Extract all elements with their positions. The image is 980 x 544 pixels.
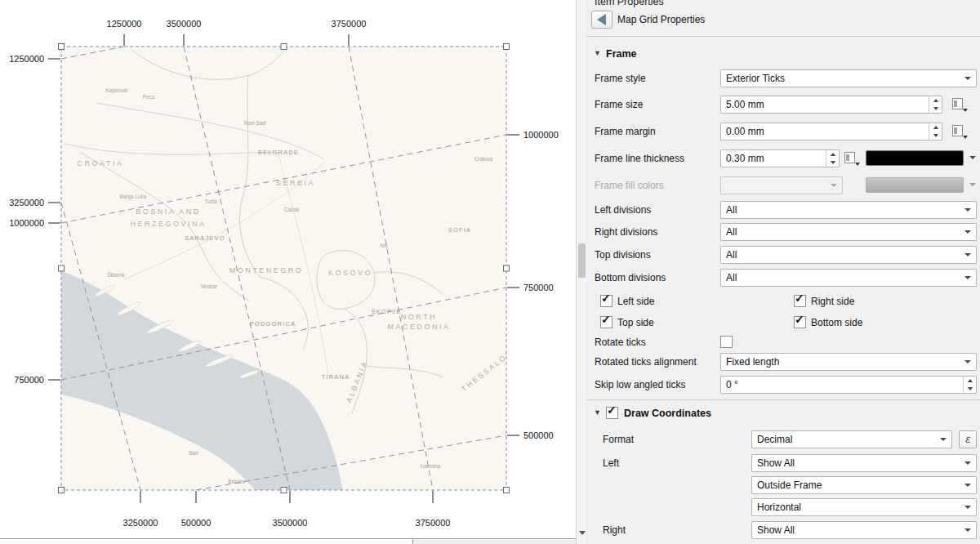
town-label: Banja Luka [120,194,147,200]
rotate-ticks-checkbox[interactable] [720,336,733,348]
checkmark-icon: ✓ [795,292,804,305]
country-label: MONTENEGRO [229,266,304,274]
format-select[interactable]: Decimal [751,430,952,448]
spin-up-button[interactable] [929,96,942,105]
checkmark-icon: ✓ [601,292,611,305]
selection-handle[interactable] [59,488,65,493]
coordinates-right-select[interactable]: Show All [751,521,977,539]
scrollbar-handle[interactable] [578,243,586,278]
town-label: Tuzla [204,198,217,204]
coordinates-left-select[interactable]: Show All [751,454,977,472]
spin-down-button[interactable] [929,105,942,113]
frame-section-title[interactable]: Frame [606,47,637,61]
left-divisions-label: Left divisions [595,201,651,219]
frame-fill-color2-button [866,176,977,194]
spin-down-button[interactable] [964,385,976,393]
data-defined-override-button[interactable] [951,123,969,140]
spin-up-button[interactable] [929,123,942,132]
selection-handle[interactable] [504,488,510,493]
city-label: SOFIA [448,226,472,234]
grid-label-left: 3250000 [9,198,44,207]
frame-margin-input[interactable]: 0.00 mm [720,123,942,140]
checkmark-icon: ✓ [607,404,617,417]
canvas-hscrollbar[interactable] [0,538,576,544]
city-label: TIRANA [322,373,350,381]
town-label: Čačak [284,206,300,212]
city-label: SKOPJE [372,308,402,315]
spin-down-button[interactable] [826,158,839,167]
hscrollbar-handle[interactable] [0,539,413,544]
selection-handle[interactable] [504,265,510,271]
draw-coordinates-checkbox[interactable]: ✓ [606,407,618,419]
top-side-checkbox[interactable]: ✓ [600,316,612,328]
frame-margin-label: Frame margin [595,123,656,140]
grid-label-left: 1000000 [9,218,44,228]
frame-line-thickness-input[interactable]: 0.30 mm [720,149,840,167]
panel-scrollbar[interactable] [576,0,586,544]
layout-canvas[interactable]: CROATIA SERBIA BOSNIA AND HERZEGOVINA MO… [0,0,576,544]
left-side-checkbox[interactable]: ✓ [600,295,612,307]
scroll-down-icon[interactable] [579,531,586,535]
country-label: SERBIA [276,179,315,187]
item-properties-panel: Item Properties Map Grid Properties ▼ Fr… [586,0,980,544]
town-label: Kaposvár [105,87,128,94]
country-label: HERZEGOVINA [130,220,206,228]
selection-handle[interactable] [59,265,65,271]
rotate-ticks-label: Rotate ticks [595,333,646,351]
grid-label-bottom: 3500000 [273,518,308,528]
grid-label-top: 3750000 [332,19,367,29]
draw-coordinates-section-title[interactable]: Draw Coordinates [624,406,711,421]
frame-fill-colors-label: Frame fill colors [595,176,664,194]
right-side-checkbox[interactable]: ✓ [794,295,806,307]
selection-handle[interactable] [504,44,510,50]
dropdown-arrow-icon [964,208,971,212]
bottom-side-checkbox[interactable]: ✓ [794,316,806,328]
frame-size-label: Frame size [595,96,643,114]
coordinates-left-direction-select[interactable]: Horizontal [751,498,977,516]
country-label: MACEDONIA [387,323,450,331]
back-button[interactable] [591,11,612,29]
spin-up-button[interactable] [826,150,839,158]
skip-low-angled-ticks-input[interactable]: 0 ° [720,376,977,394]
coordinates-left-position-select[interactable]: Outside Frame [751,476,977,494]
selection-handle[interactable] [281,44,287,50]
frame-fill-color1-select [720,176,843,194]
dropdown-arrow-icon [964,276,971,279]
bottom-side-label: Bottom side [811,314,862,332]
town-label: Bari [189,450,198,456]
selection-handle[interactable] [59,44,65,50]
frame-style-select[interactable]: Exterior Ticks [720,69,977,87]
selection-handle[interactable] [281,488,287,493]
top-divisions-select[interactable]: All [720,246,977,264]
top-side-label: Top side [617,314,654,332]
dropdown-arrow-icon [964,506,971,509]
town-label: Craiova [474,156,493,162]
grid-label-bottom: 3750000 [416,518,451,528]
right-divisions-select[interactable]: All [720,223,977,241]
checkmark-icon: ✓ [601,313,611,326]
dropdown-arrow-icon [964,484,971,487]
custom-format-expression-button[interactable]: ε [959,430,977,448]
data-defined-override-button[interactable] [951,96,969,114]
dropdown-arrow-icon [964,230,971,234]
spin-down-button[interactable] [929,132,942,140]
data-defined-override-button[interactable] [843,149,861,167]
town-label: Ioannina [421,463,441,469]
dropdown-arrow-icon [969,156,976,159]
color-swatch [866,150,964,166]
grid-label-bottom: 500000 [181,518,212,528]
left-divisions-select[interactable]: All [720,201,977,219]
coordinates-right-label: Right [603,521,626,539]
spin-up-button[interactable] [964,377,976,385]
rotated-ticks-alignment-select[interactable]: Fixed length [720,353,977,371]
map-item[interactable]: CROATIA SERBIA BOSNIA AND HERZEGOVINA MO… [61,47,527,490]
subpanel-title: Map Grid Properties [617,11,705,29]
collapse-icon[interactable]: ▼ [594,49,601,57]
right-divisions-label: Right divisions [595,223,657,241]
bottom-divisions-select[interactable]: All [720,269,977,287]
dropdown-arrow-icon [964,77,971,80]
collapse-icon[interactable]: ▼ [594,408,601,417]
city-label: PODGORICA [250,320,296,328]
frame-size-input[interactable]: 5.00 mm [720,96,942,114]
frame-line-color-button[interactable] [866,149,977,167]
